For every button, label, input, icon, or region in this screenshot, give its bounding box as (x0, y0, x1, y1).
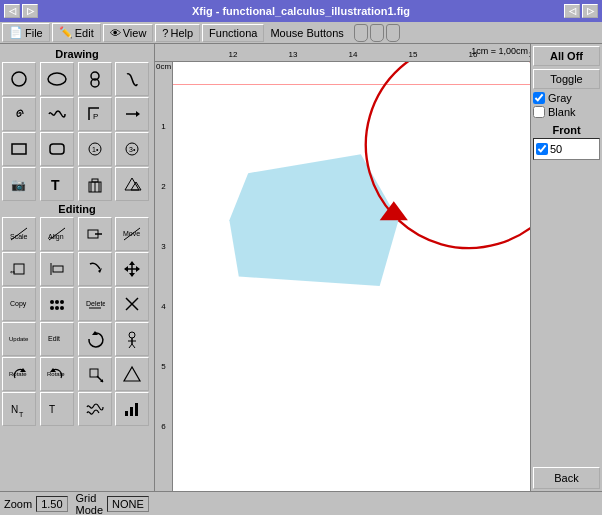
back-button[interactable]: Back (533, 467, 600, 489)
ruler-mark-13: 13 (289, 50, 298, 59)
layer-checkbox[interactable] (536, 143, 548, 155)
close-button[interactable]: ◁ (564, 4, 580, 18)
svg-marker-61 (20, 368, 26, 372)
tool-scale[interactable]: Scale (2, 217, 36, 251)
svg-text:Edit: Edit (48, 335, 60, 342)
svg-rect-7 (12, 144, 26, 154)
maximize-button[interactable]: ▷ (22, 4, 38, 18)
file-menu[interactable]: 📄 File (2, 23, 50, 42)
svg-rect-31 (14, 264, 24, 274)
tool-resize[interactable] (78, 357, 112, 391)
svg-text:N: N (11, 404, 18, 415)
left-toolbar: Drawing P (0, 44, 155, 491)
svg-rect-71 (125, 411, 128, 416)
tool-text[interactable]: T (40, 167, 74, 201)
tool-delete2[interactable] (115, 287, 149, 321)
gray-checkbox-row: Gray (533, 92, 600, 104)
tool-triangle[interactable] (115, 357, 149, 391)
svg-marker-37 (129, 261, 135, 265)
tool-figure[interactable] (115, 322, 149, 356)
svg-line-58 (129, 344, 132, 348)
svg-text:Move: Move (123, 230, 140, 237)
blank-checkbox[interactable] (533, 106, 545, 118)
tool-wave2[interactable] (78, 392, 112, 426)
front-label: Front (533, 124, 600, 136)
title-bar-left-buttons[interactable]: ◁ ▷ (4, 4, 38, 18)
canvas-drawing-area[interactable] (173, 62, 530, 491)
svg-text:Update: Update (9, 336, 29, 342)
tool-counter2[interactable]: 3• (115, 132, 149, 166)
tool-polyline[interactable]: P (78, 97, 112, 131)
tool-delete[interactable]: Delete (78, 287, 112, 321)
tool-rotate-arrow[interactable] (78, 322, 112, 356)
ruler-mark-4: 4 (155, 302, 172, 311)
blank-checkbox-row: Blank (533, 106, 600, 118)
svg-point-0 (12, 72, 26, 86)
tool-rounded-rect[interactable] (40, 132, 74, 166)
functional-menu[interactable]: Functiona (202, 24, 264, 42)
blank-label: Blank (548, 106, 576, 118)
svg-text:Copy: Copy (10, 300, 27, 308)
svg-marker-21 (131, 182, 141, 190)
svg-marker-67 (124, 367, 140, 381)
help-menu[interactable]: ? Help (155, 24, 200, 42)
tool-bars[interactable] (115, 392, 149, 426)
ruler-mark-16: 16 (469, 50, 478, 59)
svg-point-1 (48, 73, 66, 85)
ruler-mark-6: 6 (155, 422, 172, 431)
tool-edit2[interactable]: Edit (40, 322, 74, 356)
tool-copy[interactable]: Copy (2, 287, 36, 321)
tool-dots[interactable] (40, 287, 74, 321)
tool-move[interactable]: Move (115, 217, 149, 251)
title-bar-right-buttons[interactable]: ◁ ▷ (564, 4, 598, 18)
tool-mountain[interactable] (115, 167, 149, 201)
tool-rotate-cw[interactable]: Rotate (40, 357, 74, 391)
editing-tools-grid: Scale Align Move ⇔ (2, 217, 152, 426)
spacer (533, 160, 600, 467)
svg-marker-63 (50, 368, 56, 372)
tool-move2[interactable] (115, 252, 149, 286)
minimize-button[interactable]: ◁ (4, 4, 20, 18)
svg-text:3•: 3• (129, 146, 136, 153)
tool-s-curve[interactable] (115, 62, 149, 96)
tool-scale2[interactable]: ⇔ (2, 252, 36, 286)
tool-ellipse[interactable] (40, 62, 74, 96)
svg-point-44 (60, 300, 64, 304)
tool-n-label[interactable]: NT (2, 392, 36, 426)
all-off-button[interactable]: All Off (533, 46, 600, 66)
svg-text:1•: 1• (92, 146, 99, 153)
gray-label: Gray (548, 92, 572, 104)
gray-checkbox[interactable] (533, 92, 545, 104)
tool-spiral[interactable] (2, 97, 36, 131)
tool-building[interactable] (78, 167, 112, 201)
main-area: Drawing P (0, 44, 602, 491)
tool-arrow[interactable] (115, 97, 149, 131)
svg-point-42 (50, 300, 54, 304)
tool-counter1[interactable]: 1• (78, 132, 112, 166)
tool-rectangle[interactable] (2, 132, 36, 166)
tool-camera[interactable]: 📷 (2, 167, 36, 201)
ruler-mark-3: 3 (155, 242, 172, 251)
view-menu[interactable]: 👁 View (103, 24, 154, 42)
tool-t-label[interactable]: T (40, 392, 74, 426)
edit-menu[interactable]: ✏️ Edit (52, 23, 101, 42)
tool-rotate-ccw[interactable]: Rotate (2, 357, 36, 391)
tool-figure8[interactable] (78, 62, 112, 96)
tool-update[interactable]: Update (2, 322, 36, 356)
svg-text:Align: Align (48, 233, 64, 241)
edit-icon: ✏️ (59, 26, 73, 39)
tool-align[interactable]: Align (40, 217, 74, 251)
view-icon: 👁 (110, 27, 121, 39)
restore-button[interactable]: ▷ (582, 4, 598, 18)
ruler-mark-17: 17 (529, 50, 530, 59)
svg-rect-33 (53, 266, 63, 272)
tool-circle[interactable] (2, 62, 36, 96)
svg-rect-16 (92, 179, 98, 182)
tool-align2[interactable] (40, 252, 74, 286)
tool-wave[interactable] (40, 97, 74, 131)
tool-arrow-curve[interactable] (78, 252, 112, 286)
toggle-button[interactable]: Toggle (533, 69, 600, 89)
tool-edit-box[interactable] (78, 217, 112, 251)
canvas-container[interactable]: 1cm = 1,00cm 12 13 14 15 16 17 0cm 1 2 3… (155, 44, 530, 491)
mouse-right-btn (386, 24, 400, 42)
